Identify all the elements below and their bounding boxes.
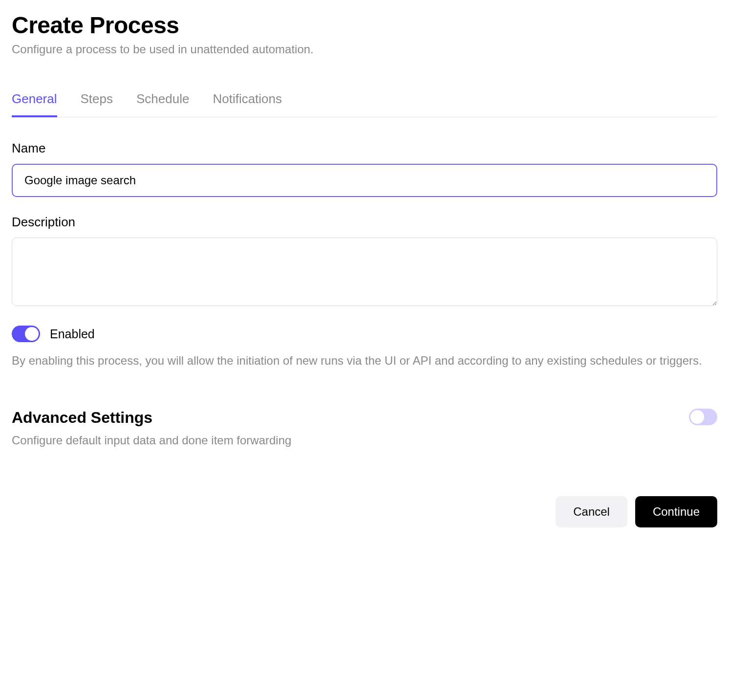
description-input[interactable]: [12, 238, 717, 306]
tab-schedule[interactable]: Schedule: [136, 91, 189, 117]
footer-buttons: Cancel Continue: [12, 496, 717, 527]
description-field-group: Description: [12, 215, 717, 308]
enabled-help-text: By enabling this process, you will allow…: [12, 352, 717, 370]
description-label: Description: [12, 215, 717, 230]
toggle-knob: [25, 327, 39, 341]
toggle-knob: [690, 410, 704, 424]
tab-general[interactable]: General: [12, 91, 57, 117]
advanced-subtitle: Configure default input data and done it…: [12, 434, 689, 447]
tab-notifications[interactable]: Notifications: [213, 91, 282, 117]
name-field-group: Name: [12, 141, 717, 197]
advanced-toggle[interactable]: [689, 409, 717, 425]
advanced-section: Advanced Settings Configure default inpu…: [12, 409, 717, 447]
name-input[interactable]: [12, 164, 717, 197]
enabled-toggle[interactable]: [12, 326, 40, 342]
name-label: Name: [12, 141, 717, 156]
advanced-left: Advanced Settings Configure default inpu…: [12, 409, 689, 447]
enabled-toggle-row: Enabled: [12, 326, 717, 342]
tabs-container: General Steps Schedule Notifications: [12, 91, 717, 117]
page-title: Create Process: [12, 12, 717, 39]
tab-steps[interactable]: Steps: [81, 91, 113, 117]
cancel-button[interactable]: Cancel: [556, 496, 627, 527]
continue-button[interactable]: Continue: [635, 496, 717, 527]
page-subtitle: Configure a process to be used in unatte…: [12, 43, 717, 56]
enabled-label: Enabled: [50, 327, 95, 341]
advanced-title: Advanced Settings: [12, 409, 689, 427]
